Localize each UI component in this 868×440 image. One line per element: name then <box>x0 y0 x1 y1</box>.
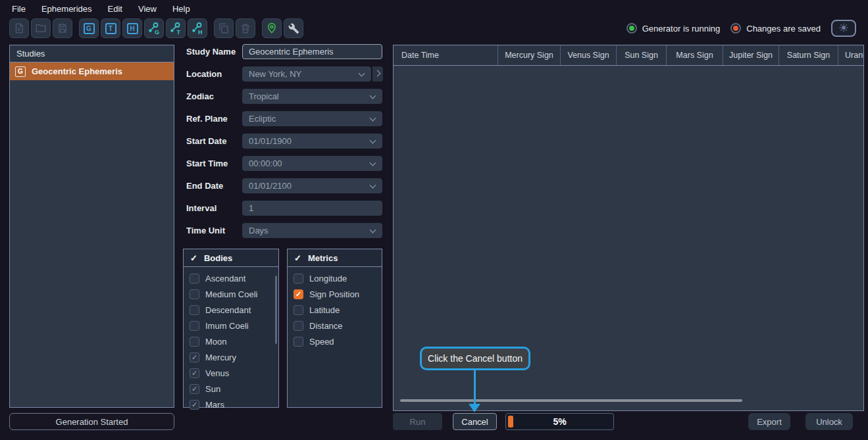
theme-toggle-button[interactable] <box>831 20 856 37</box>
checkbox[interactable] <box>294 305 303 315</box>
checkbox[interactable] <box>294 289 303 299</box>
copy-button[interactable] <box>214 18 234 38</box>
settings-button[interactable] <box>284 18 303 38</box>
column-header-jupiter-sign[interactable]: Jupiter Sign <box>723 45 779 65</box>
metrics-panel-header[interactable]: ✓ Metrics <box>288 249 382 267</box>
menu-bar: File Ephemerides Edit View Help <box>12 0 190 18</box>
generator-running-dot <box>626 23 637 34</box>
new-topocentric-study-button[interactable]: T <box>101 18 120 38</box>
graph-g-button[interactable]: G <box>144 18 164 38</box>
bodies-item-moon[interactable]: Moon <box>184 333 278 349</box>
form-row-time-unit: Time Unit Days <box>186 223 384 238</box>
zodiac-label: Zodiac <box>186 89 214 104</box>
column-header-venus-sign[interactable]: Venus Sign <box>561 45 617 65</box>
metrics-panel-title: Metrics <box>308 253 338 263</box>
checkbox[interactable] <box>294 321 303 331</box>
column-header-sun-sign[interactable]: Sun Sign <box>617 45 667 65</box>
save-icon <box>57 22 68 34</box>
end-date-select[interactable]: 01/01/2100 <box>242 178 382 193</box>
changes-saved-dot <box>730 23 741 34</box>
metrics-item-label: Speed <box>309 337 334 347</box>
bodies-item-label: Ascendant <box>205 274 245 283</box>
form-row-location: Location New York, NY <box>186 66 384 82</box>
checkbox[interactable] <box>294 274 303 283</box>
save-button[interactable] <box>53 18 72 38</box>
new-file-button[interactable] <box>9 18 29 38</box>
study-name-label: Study Name <box>186 44 236 59</box>
study-item-geocentric-ephemeris[interactable]: G Geocentric Ephemeris <box>10 62 174 80</box>
form-row-start-time: Start Time 00:00:00 <box>186 156 384 171</box>
location-button[interactable] <box>262 18 282 38</box>
checkbox[interactable] <box>190 337 199 347</box>
bodies-item-descendant[interactable]: Descendant <box>184 302 278 318</box>
bodies-item-mercury[interactable]: Mercury <box>184 349 278 365</box>
bodies-list: Ascendant Medium Coeli Descendant Imum C… <box>184 267 278 412</box>
metrics-panel: ✓ Metrics Longitude Sign Position Latitu… <box>287 249 382 408</box>
folder-icon <box>35 22 47 34</box>
metrics-item-sign-position[interactable]: Sign Position <box>288 286 382 302</box>
svg-text:H: H <box>198 29 203 36</box>
study-name-input[interactable]: Geocentric Ephemeris <box>242 44 382 59</box>
bodies-item-venus[interactable]: Venus <box>184 365 278 381</box>
location-select[interactable]: New York, NY <box>242 66 371 82</box>
wrench-icon <box>288 23 299 34</box>
checkbox[interactable] <box>190 305 199 315</box>
start-time-select[interactable]: 00:00:00 <box>242 156 382 171</box>
location-expand-button[interactable] <box>372 66 383 82</box>
table-horizontal-scrollbar[interactable] <box>400 399 742 402</box>
status-indicators: Generator is running Changes are saved <box>626 18 856 38</box>
checkbox[interactable] <box>190 368 199 378</box>
column-header-uranus-sign[interactable]: Uranus Sign <box>838 45 863 65</box>
checkbox[interactable] <box>190 353 199 362</box>
bodies-item-sun[interactable]: Sun <box>184 381 278 397</box>
open-file-button[interactable] <box>31 18 51 38</box>
bodies-item-imum-coeli[interactable]: Imum Coeli <box>184 318 278 333</box>
graph-t-button[interactable]: T <box>166 18 186 38</box>
app-window: File Ephemerides Edit View Help G T H G … <box>0 0 868 440</box>
metrics-item-label: Longitude <box>309 274 347 283</box>
column-header-date-time[interactable]: Date Time <box>394 45 498 65</box>
metrics-item-latitude[interactable]: Latitude <box>288 302 382 318</box>
unlock-button[interactable]: Unlock <box>805 413 853 430</box>
new-geocentric-study-button[interactable]: G <box>79 18 99 38</box>
new-heliocentric-study-button[interactable]: H <box>122 18 142 38</box>
metrics-item-distance[interactable]: Distance <box>288 318 382 333</box>
progress-label: 5% <box>506 414 613 429</box>
metrics-item-longitude[interactable]: Longitude <box>288 270 382 286</box>
menu-file[interactable]: File <box>12 4 26 14</box>
form-row-study-name: Study Name Geocentric Ephemeris <box>186 44 384 59</box>
bodies-item-mars[interactable]: Mars <box>184 397 278 412</box>
start-date-select[interactable]: 01/01/1900 <box>242 134 382 149</box>
bodies-item-medium-coeli[interactable]: Medium Coeli <box>184 286 278 302</box>
menu-edit[interactable]: Edit <box>108 4 122 14</box>
changes-status-indicator: Changes are saved <box>730 23 821 34</box>
checkbox[interactable] <box>190 321 199 331</box>
graph-g-icon: G <box>147 22 161 35</box>
run-button[interactable]: Run <box>393 413 442 430</box>
bodies-panel-header[interactable]: ✓ Bodies <box>184 249 278 267</box>
form-row-ref-plane: Ref. Plane Ecliptic <box>186 111 384 126</box>
graph-h-button[interactable]: H <box>188 18 207 38</box>
export-button[interactable]: Export <box>748 413 790 430</box>
bodies-item-ascendant[interactable]: Ascendant <box>184 270 278 286</box>
checkbox[interactable] <box>190 274 199 283</box>
checkbox[interactable] <box>294 337 303 347</box>
metrics-item-speed[interactable]: Speed <box>288 333 382 349</box>
cancel-button[interactable]: Cancel <box>453 413 497 430</box>
chevron-down-icon <box>370 227 376 233</box>
menu-help[interactable]: Help <box>172 4 190 14</box>
bodies-scrollbar[interactable] <box>275 276 277 344</box>
time-unit-select[interactable]: Days <box>242 223 382 238</box>
checkbox[interactable] <box>190 289 199 299</box>
checkbox[interactable] <box>190 384 199 394</box>
delete-button[interactable] <box>236 18 255 38</box>
column-header-mars-sign[interactable]: Mars Sign <box>667 45 723 65</box>
checkbox[interactable] <box>190 400 199 410</box>
zodiac-select[interactable]: Tropical <box>242 89 382 104</box>
menu-ephemerides[interactable]: Ephemerides <box>41 4 92 14</box>
menu-view[interactable]: View <box>138 4 157 14</box>
column-header-saturn-sign[interactable]: Saturn Sign <box>779 45 838 65</box>
column-header-mercury-sign[interactable]: Mercury Sign <box>498 45 561 65</box>
interval-input[interactable]: 1 <box>242 201 382 216</box>
ref-plane-select[interactable]: Ecliptic <box>242 111 382 126</box>
